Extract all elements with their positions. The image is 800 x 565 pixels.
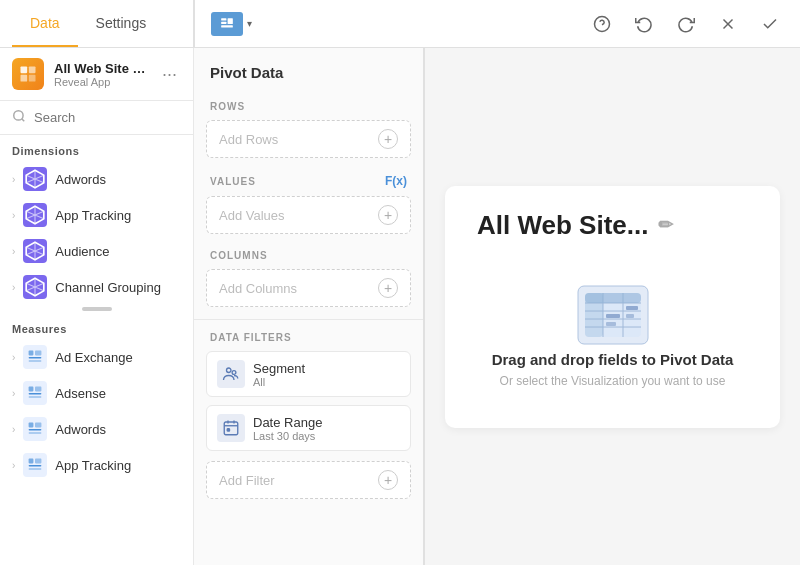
values-header: VALUES F(x) <box>194 166 423 192</box>
visualization-card: All Web Site... ✏ <box>445 186 780 428</box>
ad-exchange-label: Ad Exchange <box>55 350 132 365</box>
add-filter-button[interactable]: + <box>378 470 398 490</box>
fx-button[interactable]: F(x) <box>385 174 407 188</box>
viz-title-text: All Web Site... <box>477 210 648 241</box>
svg-rect-0 <box>221 18 226 20</box>
svg-rect-10 <box>21 75 28 82</box>
app-tracking-measure-label: App Tracking <box>55 458 131 473</box>
chevron-icon: › <box>12 352 15 363</box>
confirm-button[interactable] <box>756 10 784 38</box>
help-button[interactable] <box>588 10 616 38</box>
measure-item-adsense[interactable]: › Adsense <box>0 375 193 411</box>
pivot-title: Pivot Data <box>194 48 423 93</box>
viz-card-title: All Web Site... ✏ <box>477 210 748 241</box>
adwords-measure-badge <box>23 417 47 441</box>
adsense-label: Adsense <box>55 386 106 401</box>
viz-icon-box <box>211 12 243 36</box>
svg-rect-50 <box>626 306 638 310</box>
search-icon <box>12 109 26 126</box>
svg-rect-14 <box>29 351 34 356</box>
svg-line-13 <box>22 119 25 122</box>
app-tracking-label: App Tracking <box>55 208 131 223</box>
add-values-button[interactable]: + <box>378 205 398 225</box>
add-rows-field[interactable]: Add Rows + <box>206 120 411 158</box>
dimension-item-adwords[interactable]: › Adwords <box>0 161 193 197</box>
svg-rect-16 <box>29 357 42 359</box>
source-subtitle: Reveal App <box>54 76 148 88</box>
drag-drop-subtitle: Or select the Visualization you want to … <box>500 374 726 388</box>
svg-rect-3 <box>221 25 233 27</box>
viz-selector[interactable]: ▾ <box>211 12 252 36</box>
search-box <box>0 101 193 135</box>
pivot-visual-icon <box>573 281 653 351</box>
date-range-icon <box>217 414 245 442</box>
tab-data[interactable]: Data <box>12 0 78 47</box>
dimension-item-audience[interactable]: › Audience <box>0 233 193 269</box>
svg-point-31 <box>232 371 236 375</box>
audience-label: Audience <box>55 244 109 259</box>
svg-rect-8 <box>21 67 28 74</box>
svg-rect-47 <box>585 293 603 337</box>
dimension-item-app-tracking[interactable]: › App Tracking <box>0 197 193 233</box>
adwords-measure-label: Adwords <box>55 422 106 437</box>
svg-rect-48 <box>606 314 620 318</box>
right-topbar: ▾ <box>194 0 800 48</box>
svg-rect-1 <box>221 21 226 23</box>
measure-item-ad-exchange[interactable]: › Ad Exchange <box>0 339 193 375</box>
columns-label: COLUMNS <box>194 242 423 265</box>
edit-title-icon[interactable]: ✏ <box>658 214 673 236</box>
svg-rect-24 <box>29 429 42 431</box>
values-label: VALUES <box>210 176 385 187</box>
adwords-label: Adwords <box>55 172 106 187</box>
chevron-icon: › <box>12 174 15 185</box>
add-values-label: Add Values <box>219 208 378 223</box>
svg-rect-11 <box>29 75 36 82</box>
source-icon <box>12 58 44 90</box>
source-name: All Web Site Data <box>54 61 148 76</box>
svg-rect-17 <box>29 360 42 362</box>
dimension-item-channel-grouping[interactable]: › Channel Grouping <box>0 269 193 305</box>
chevron-icon: › <box>12 460 15 471</box>
date-range-info: Date Range Last 30 days <box>253 415 400 442</box>
svg-rect-2 <box>228 18 233 24</box>
adsense-badge <box>23 381 47 405</box>
channel-grouping-label: Channel Grouping <box>55 280 161 295</box>
add-filter-row[interactable]: Add Filter + <box>206 461 411 499</box>
chevron-icon: › <box>12 388 15 399</box>
viz-placeholder: Drag and drop fields to Pivot Data Or se… <box>477 271 748 408</box>
svg-rect-23 <box>35 423 41 428</box>
measure-item-app-tracking[interactable]: › App Tracking <box>0 447 193 483</box>
tab-settings[interactable]: Settings <box>78 0 165 47</box>
date-range-value: Last 30 days <box>253 430 400 442</box>
chevron-icon: › <box>12 246 15 257</box>
segment-filter[interactable]: Segment All <box>206 351 411 397</box>
measure-item-adwords[interactable]: › Adwords <box>0 411 193 447</box>
svg-rect-19 <box>35 387 41 392</box>
redo-button[interactable] <box>672 10 700 38</box>
svg-rect-15 <box>35 351 41 356</box>
svg-rect-28 <box>29 465 42 467</box>
add-rows-label: Add Rows <box>219 132 378 147</box>
segment-icon <box>217 360 245 388</box>
add-filter-label: Add Filter <box>219 473 378 488</box>
svg-rect-21 <box>29 396 42 398</box>
add-rows-button[interactable]: + <box>378 129 398 149</box>
add-columns-button[interactable]: + <box>378 278 398 298</box>
svg-rect-22 <box>29 423 34 428</box>
search-input[interactable] <box>34 110 194 125</box>
svg-rect-18 <box>29 387 34 392</box>
left-scroll-area: Dimensions › Adwords › <box>0 135 193 565</box>
chevron-icon: › <box>12 282 15 293</box>
more-button[interactable]: ··· <box>158 62 181 87</box>
date-range-filter[interactable]: Date Range Last 30 days <box>206 405 411 451</box>
svg-rect-9 <box>29 67 36 74</box>
add-columns-field[interactable]: Add Columns + <box>206 269 411 307</box>
svg-rect-25 <box>29 432 42 434</box>
add-values-field[interactable]: Add Values + <box>206 196 411 234</box>
close-button[interactable] <box>714 10 742 38</box>
center-panel: Pivot Data ROWS Add Rows + VALUES F(x) A… <box>194 48 424 565</box>
svg-rect-26 <box>29 459 34 464</box>
viz-dropdown-arrow: ▾ <box>247 18 252 29</box>
drag-drop-title: Drag and drop fields to Pivot Data <box>492 351 734 368</box>
undo-button[interactable] <box>630 10 658 38</box>
